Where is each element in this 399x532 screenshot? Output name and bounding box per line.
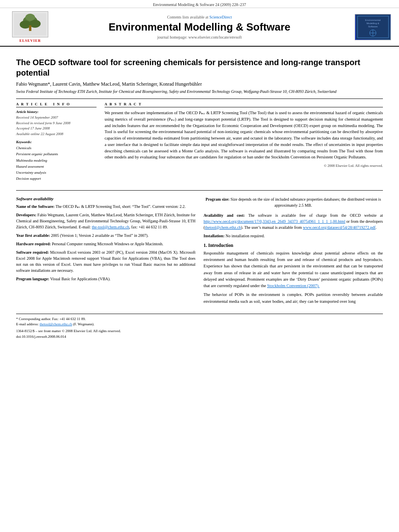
article-info-label: A R T I C L E I N F O [16,102,97,107]
sw-name-value: The OECD Pₒᵥ & LRTP Screening Tool, shor… [56,204,186,209]
sw-software-req-label: Software required: [16,250,49,255]
sw-availability-label: Availability and cost: [204,213,245,218]
footnote-email: E-mail address: thetool@chem.ethz.ch (F.… [16,322,383,327]
stockholm-convention-link[interactable]: Stockholm Convention (2007). [267,283,319,288]
sw-hardware-label: Hardware required: [16,242,51,246]
copyright-line: © 2008 Elsevier Ltd. All rights reserved… [105,164,383,168]
svg-text:Software: Software [368,25,378,28]
received-date: Received 14 September 2007 [16,115,97,121]
article-info-abstract-section: A R T I C L E I N F O Article history: R… [16,102,383,185]
sw-software-req-item: Software required: Microsoft Excel versi… [16,249,195,273]
journal-header: ELSEVIER Contents lists available at Sci… [0,8,399,47]
journal-title-container: Contents lists available at ScienceDirec… [52,15,347,39]
divider-1 [16,99,383,99]
sw-developers-item: Developers: Fabio Wegmann, Laurent Cavin… [16,212,195,230]
keyword-5: Uncertainty analysis [16,170,97,176]
introduction-section: 1. Introduction Responsible management o… [204,243,383,305]
divider-2 [16,190,383,191]
journal-reference: Environmental Modelling & Software 24 (2… [0,0,399,8]
journal-cover-image: Environmental Modelling & Software [355,14,391,40]
article-affiliation: Swiss Federal Institute of Technology ET… [16,89,383,94]
sw-name-item: Name of the Software: The OECD Pₒᵥ & LRT… [16,203,195,210]
sw-developers-label: Developers: [16,213,37,217]
sw-program-size-value: Size depends on the size of included sub… [230,197,381,207]
intro-heading: 1. Introduction [204,243,383,248]
sw-year-item: Year first available: 2005 (Version 1; V… [16,232,195,238]
sw-availability-value: The software is available free of charge… [248,213,383,218]
journal-homepage: journal homepage: www.elsevier.com/locat… [56,35,343,39]
software-availability-section: Software availability Name of the Softwa… [16,196,383,307]
abstract-text: We present the software implementation o… [105,110,383,160]
sw-installation-item: Installation: No installation required. [204,233,383,239]
keywords-label: Keywords: [16,140,97,144]
dev-email2-link[interactable]: thetool@chem.ethz.ch [205,225,241,230]
svg-rect-4 [29,25,31,31]
manual-url-link[interactable]: www.oecd.org/dataoecd/54/28/40719272.pdf [303,225,376,230]
article-authors: Fabio Wegmann*, Laurent Cavin, Matthew M… [16,81,383,87]
keyword-4: Hazard assessment [16,164,97,170]
elsevier-brand-text: ELSEVIER [19,39,41,43]
intro-para1: Responsible management of chemicals requ… [204,250,383,290]
accepted-date: Accepted 17 June 2008 [16,126,97,131]
software-right-column: Program size: Size depends on the size o… [204,196,383,307]
article-title: The OECD software tool for screening che… [16,57,383,78]
issn-line: 1364-8152/$ – see front matter © 2008 El… [16,329,383,333]
received-revised-date: Received in revised form 9 June 2008 [16,121,97,126]
sw-program-size-item: Program size: Size depends on the size o… [204,196,383,208]
svg-point-5 [25,14,35,21]
sw-hardware-value: Personal Computer running Microsoft Wind… [52,242,163,246]
elsevier-tree-image [12,11,48,37]
abstract-paragraph: We present the software implementation o… [105,110,383,160]
sw-year-label: Year first available: [16,233,50,238]
sw-program-lang-value: Visual Basic for Applications (VBA). [50,277,111,281]
sw-installation-value: No installation required. [226,234,265,238]
svg-text:Environmental: Environmental [365,19,380,21]
sw-hardware-item: Hardware required: Personal Computer run… [16,241,195,247]
doi-line: doi:10.1016/j.envsoft.2008.06.014 [16,335,383,339]
journal-title: Environmental Modelling & Software [56,21,343,33]
intro-text: Responsible management of chemicals requ… [204,250,383,305]
sw-availability-item: Availability and cost: The software is a… [204,212,383,230]
keyword-3: Multimedia modeling [16,158,97,164]
abstract-label: A B S T R A C T [105,102,383,107]
keywords-group: Keywords: Chemicals Persistent organic p… [16,140,97,182]
svg-text:Modelling &: Modelling & [366,22,379,25]
article-history-group: Article history: Received 14 September 2… [16,110,97,137]
sw-installation-label: Installation: [204,234,224,238]
sw-availability-period: . [376,225,377,230]
dev-email-link[interactable]: the-tool@chem.ethz.ch [92,225,129,229]
sw-program-lang-item: Program language: Visual Basic for Appli… [16,276,195,282]
sciencedirect-link[interactable]: ScienceDirect [209,15,232,19]
keyword-1: Chemicals [16,145,97,151]
footnote-star: * Corresponding author. Fax: +41 44 632 … [16,316,383,322]
keywords-list: Chemicals Persistent organic pollutants … [16,145,97,182]
sw-program-lang-label: Program language: [16,277,49,281]
available-online-date: Available online 22 August 2008 [16,131,97,137]
sw-name-label: Name of the Software: [16,204,55,209]
oecd-url-link[interactable]: http://www.oecd.org/document/17/0,3343,e… [204,219,345,224]
article-info-column: A R T I C L E I N F O Article history: R… [16,102,97,185]
keyword-6: Decision support [16,176,97,182]
sw-availability-end: ). The user’s manual is available from [241,225,302,230]
history-label: Article history: [16,110,97,114]
sw-program-size-label: Program size: [206,197,230,201]
software-left-column: Software availability Name of the Softwa… [16,196,195,307]
keyword-2: Persistent organic pollutants [16,151,97,157]
journal-cover-container: Environmental Modelling & Software [347,14,391,40]
sciencedirect-line: Contents lists available at ScienceDirec… [56,15,343,19]
software-heading: Software availability [16,196,195,201]
abstract-column: A B S T R A C T We present the software … [105,102,383,185]
intro-para2: The behavior of POPs in the environment … [204,292,383,305]
sw-year-value: 2005 (Version 1; Version 2 available as … [51,233,149,238]
article-footer: * Corresponding author. Fax: +41 44 632 … [16,314,383,339]
footer-email-link[interactable]: thetool@chem.ethz.ch [39,322,72,326]
article-body: The OECD software tool for screening che… [0,47,399,347]
elsevier-logo-container: ELSEVIER [8,11,52,43]
elsevier-logo: ELSEVIER [8,11,52,43]
sw-developers-value: Fabio Wegmann, Laurent Cavin, Matthew Ma… [16,213,195,229]
